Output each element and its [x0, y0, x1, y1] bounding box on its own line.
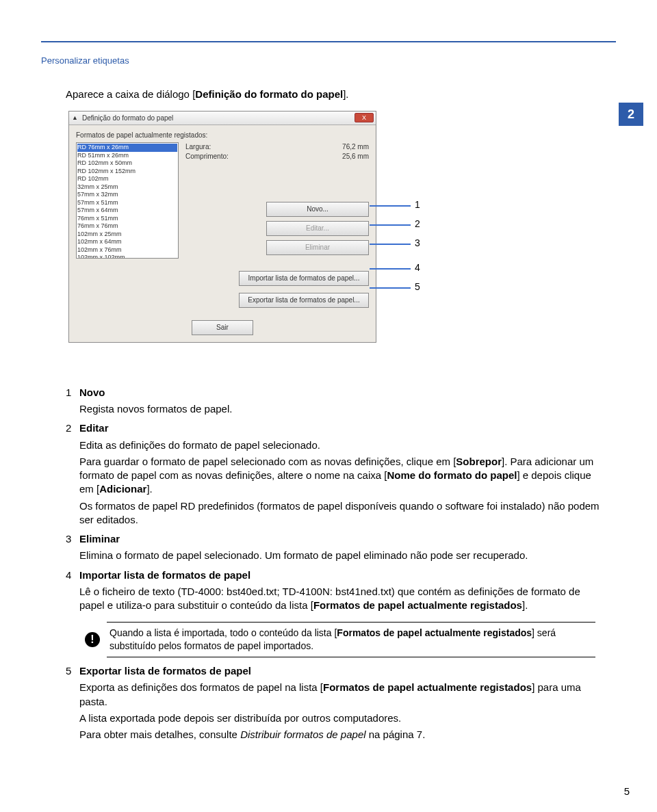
length-label: Comprimento: — [185, 152, 229, 161]
item-body: Exporta as definições dos formatos de pa… — [79, 681, 602, 709]
dialog-title: Definição do formato do papel — [82, 114, 173, 123]
callout-line — [370, 244, 411, 245]
list-item[interactable]: RD 76mm x 26mm — [77, 144, 177, 152]
definition-list: 1 Novo Regista novos formatos de papel. … — [66, 386, 602, 616]
item-number: 2 — [66, 421, 79, 529]
item-body: Para guardar o formato de papel selecion… — [79, 455, 602, 497]
list-item[interactable]: 57mm x 64mm — [77, 207, 177, 215]
item-title: Novo — [79, 387, 105, 398]
item-title: Importar lista de formatos de papel — [79, 569, 250, 581]
close-button[interactable]: X — [355, 113, 374, 122]
item-title: Eliminar — [79, 533, 120, 545]
item-title: Exportar lista de formatos de papel — [79, 665, 251, 677]
item-number: 5 — [66, 664, 79, 744]
chapter-tab: 2 — [619, 103, 643, 126]
list-item[interactable]: 102mm x 102mm — [77, 254, 177, 259]
dialog-right-panel: Largura:76,2 mm Comprimento:25,6 mm Novo… — [185, 142, 369, 259]
intro-text: Aparece a caixa de diálogo [Definição do… — [66, 88, 616, 101]
triangle-icon: ▲ — [72, 114, 78, 122]
list-item[interactable]: RD 102mm — [77, 175, 177, 183]
section-title: Personalizar etiquetas — [41, 55, 616, 67]
list-item[interactable]: 32mm x 25mm — [77, 183, 177, 192]
item-number: 3 — [66, 532, 79, 566]
figure-container: 2 ▲ Definição do formato do papel X Form… — [68, 111, 452, 371]
length-value: 25,6 mm — [342, 152, 369, 161]
sair-button[interactable]: Sair — [192, 320, 253, 335]
dialog-window: ▲ Definição do formato do papel X Format… — [68, 111, 376, 343]
list-item[interactable]: 76mm x 76mm — [77, 222, 177, 231]
item-body: Para obter mais detalhes, consulte Distr… — [79, 728, 602, 742]
item-title: Editar — [79, 422, 109, 434]
callout-line — [370, 268, 411, 270]
warning-note: ! Quando a lista é importada, todo o con… — [85, 622, 595, 657]
paper-format-list[interactable]: RD 76mm x 26mm RD 51mm x 26mm RD 102mm x… — [76, 142, 179, 259]
export-button[interactable]: Exportar lista de formatos de papel... — [239, 293, 369, 308]
item-body: Os formatos de papel RD predefinidos (fo… — [79, 499, 602, 527]
list-item-5: 5 Exportar lista de formatos de papel Ex… — [66, 664, 602, 744]
list-item[interactable]: 102mm x 76mm — [77, 246, 177, 254]
callout-4: 4 — [415, 261, 420, 274]
item-number: 4 — [66, 568, 79, 616]
header-rule — [41, 41, 616, 42]
item-body: Elimina o formato de papel selecionado. … — [79, 549, 602, 562]
callout-2: 2 — [415, 218, 420, 231]
list-item-4: 4 Importar lista de formatos de papel Lê… — [66, 568, 602, 616]
eliminar-button[interactable]: Eliminar — [266, 240, 369, 255]
list-item[interactable]: 57mm x 32mm — [77, 191, 177, 199]
list-item[interactable]: RD 51mm x 26mm — [77, 152, 177, 160]
list-item[interactable]: 57mm x 51mm — [77, 199, 177, 207]
list-item[interactable]: 76mm x 51mm — [77, 215, 177, 223]
callout-line — [370, 287, 411, 289]
width-label: Largura: — [185, 142, 211, 152]
list-item[interactable]: RD 102mm x 152mm — [77, 168, 177, 176]
list-item[interactable]: RD 102mm x 50mm — [77, 159, 177, 168]
list-item-3: 3 Eliminar Elimina o formato de papel se… — [66, 532, 602, 566]
import-button[interactable]: Importar lista de formatos de papel... — [239, 271, 369, 286]
callout-3: 3 — [415, 237, 420, 250]
novo-button[interactable]: Novo... — [266, 202, 369, 217]
callout-1: 1 — [415, 198, 420, 211]
width-value: 76,2 mm — [342, 142, 369, 152]
note-text: Quando a lista é importada, todo o conte… — [107, 622, 595, 657]
list-item-1: 1 Novo Regista novos formatos de papel. — [66, 386, 602, 419]
callout-line — [370, 224, 411, 226]
callout-line — [370, 205, 411, 207]
dialog-subhead: Formatos de papel actualmente registados… — [69, 125, 376, 143]
item-number: 1 — [66, 386, 79, 419]
item-body: A lista exportada pode depois ser distri… — [79, 711, 602, 725]
callout-5: 5 — [415, 280, 420, 293]
dialog-titlebar: ▲ Definição do formato do papel X — [69, 112, 376, 125]
list-item[interactable]: 102mm x 64mm — [77, 238, 177, 246]
warning-icon: ! — [85, 632, 100, 647]
item-body: Edita as definições do formato de papel … — [79, 438, 602, 452]
item-body: Lê o ficheiro de texto (TD-4000: bst40ed… — [79, 585, 602, 613]
list-item[interactable]: 102mm x 25mm — [77, 231, 177, 239]
definition-list-cont: 5 Exportar lista de formatos de papel Ex… — [66, 664, 602, 744]
list-item-2: 2 Editar Edita as definições do formato … — [66, 421, 602, 529]
item-body: Regista novos formatos de papel. — [79, 402, 602, 416]
editar-button[interactable]: Editar... — [266, 221, 369, 236]
